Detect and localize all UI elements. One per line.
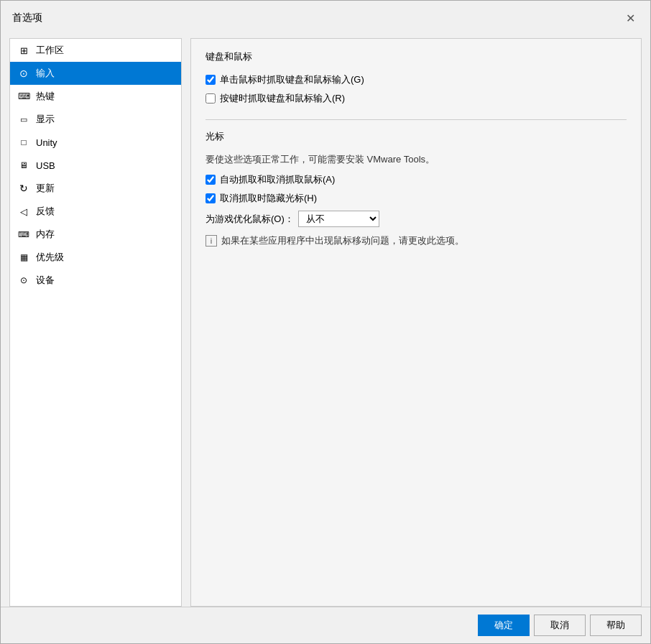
help-button[interactable]: 帮助 [590,615,642,636]
checkbox-hide-cursor[interactable] [206,193,216,203]
checkbox-grab-on-click[interactable] [206,75,216,85]
feedback-icon: ◁ [17,205,30,218]
sidebar-item-unity[interactable]: □ Unity [10,131,181,154]
usb-icon: 🖥 [17,159,30,172]
sidebar-item-label: 显示 [36,113,55,126]
footer: 确定 取消 帮助 [1,607,650,643]
sidebar-item-label: 工作区 [36,44,64,57]
sidebar-item-memory[interactable]: ⌨ 内存 [10,223,181,246]
memory-icon: ⌨ [17,228,30,241]
sidebar-item-label: USB [36,160,55,171]
close-button[interactable]: ✕ [622,9,639,27]
cursor-note: 要使这些选项正常工作，可能需要安装 VMware Tools。 [206,153,627,166]
content-area: 键盘和鼠标 单击鼠标时抓取键盘和鼠标输入(G) 按键时抓取键盘和鼠标输入(R) … [190,38,642,607]
unity-icon: □ [17,136,30,149]
keyboard-mouse-title: 键盘和鼠标 [206,50,627,66]
sidebar-item-priority[interactable]: ▦ 优先级 [10,246,181,269]
sidebar-item-feedback[interactable]: ◁ 反馈 [10,200,181,223]
cursor-section: 光标 要使这些选项正常工作，可能需要安装 VMware Tools。 自动抓取和… [206,130,627,247]
workspace-icon: ⊞ [17,44,30,57]
checkbox-row-1: 单击鼠标时抓取键盘和鼠标输入(G) [206,73,627,86]
hotkey-icon: ⌨ [17,90,30,103]
input-icon: ⊙ [17,67,30,80]
optimize-mouse-label: 为游戏优化鼠标(O)： [206,213,294,226]
info-icon: i [206,235,217,247]
sidebar-item-label: Unity [36,137,57,148]
info-text: 如果在某些应用程序中出现鼠标移动问题，请更改此选项。 [221,234,464,247]
dialog-title: 首选项 [12,12,42,24]
dialog-body: ⊞ 工作区 ⊙ 输入 ⌨ 热键 ▭ 显示 □ Unity 🖥 USB [1,32,650,607]
sidebar-item-update[interactable]: ↻ 更新 [10,177,181,200]
sidebar-item-label: 设备 [36,274,55,287]
sidebar-item-label: 优先级 [36,251,64,264]
update-icon: ↻ [17,182,30,195]
checkbox-row-4: 取消抓取时隐藏光标(H) [206,192,627,205]
keyboard-mouse-section: 键盘和鼠标 单击鼠标时抓取键盘和鼠标输入(G) 按键时抓取键盘和鼠标输入(R) [206,50,627,105]
sidebar-item-display[interactable]: ▭ 显示 [10,108,181,131]
checkbox-auto-grab[interactable] [206,175,216,185]
cursor-title: 光标 [206,130,627,146]
title-bar: 首选项 ✕ [1,1,650,32]
info-row: i 如果在某些应用程序中出现鼠标移动问题，请更改此选项。 [206,234,627,247]
checkbox-grab-on-click-label: 单击鼠标时抓取键盘和鼠标输入(G) [220,73,364,86]
checkbox-row-3: 自动抓取和取消抓取鼠标(A) [206,173,627,186]
sidebar: ⊞ 工作区 ⊙ 输入 ⌨ 热键 ▭ 显示 □ Unity 🖥 USB [9,38,182,607]
ok-button[interactable]: 确定 [478,615,530,636]
sidebar-item-label: 热键 [36,90,55,103]
preferences-dialog: 首选项 ✕ ⊞ 工作区 ⊙ 输入 ⌨ 热键 ▭ 显示 □ Unit [0,0,651,644]
checkbox-row-2: 按键时抓取键盘和鼠标输入(R) [206,92,627,105]
optimize-mouse-row: 为游戏优化鼠标(O)： 从不 总是 仅在全屏中 [206,211,627,227]
sidebar-item-label: 反馈 [36,205,55,218]
device-icon: ⊙ [17,274,30,287]
sidebar-item-usb[interactable]: 🖥 USB [10,154,181,177]
checkbox-grab-on-key-label: 按键时抓取键盘和鼠标输入(R) [220,92,345,105]
display-icon: ▭ [17,113,30,126]
section-divider [206,119,627,120]
sidebar-item-input[interactable]: ⊙ 输入 [10,62,181,85]
cancel-button[interactable]: 取消 [534,615,586,636]
checkbox-auto-grab-label: 自动抓取和取消抓取鼠标(A) [220,173,335,186]
sidebar-item-label: 输入 [36,67,55,80]
optimize-mouse-select[interactable]: 从不 总是 仅在全屏中 [298,211,379,227]
sidebar-item-label: 更新 [36,182,55,195]
checkbox-grab-on-key[interactable] [206,93,216,104]
sidebar-item-workspace[interactable]: ⊞ 工作区 [10,39,181,62]
sidebar-item-device[interactable]: ⊙ 设备 [10,269,181,292]
sidebar-item-hotkey[interactable]: ⌨ 热键 [10,85,181,108]
priority-icon: ▦ [17,251,30,264]
sidebar-item-label: 内存 [36,228,55,241]
checkbox-hide-cursor-label: 取消抓取时隐藏光标(H) [220,192,317,205]
